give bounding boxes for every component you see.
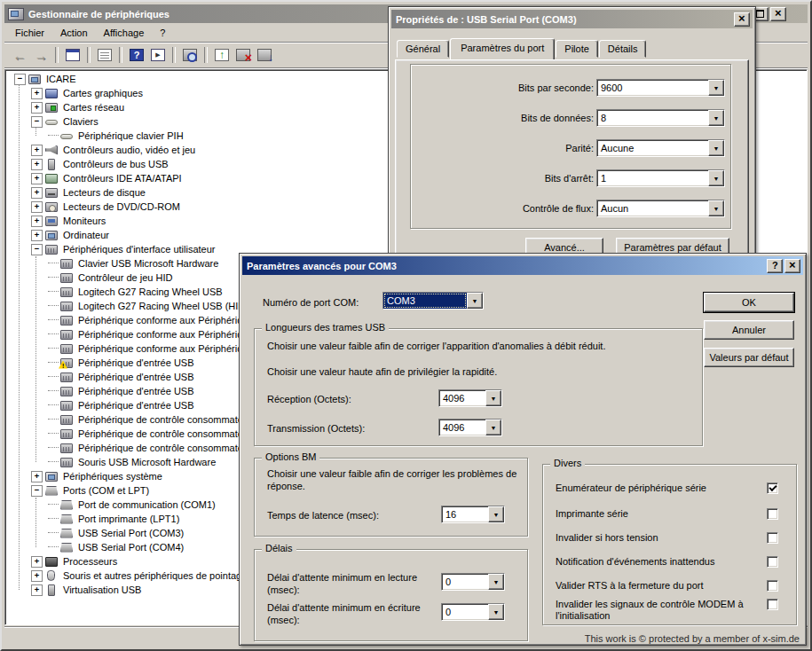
hid-icon (60, 373, 73, 382)
tree-expander[interactable]: − (31, 116, 43, 128)
tree-expander[interactable]: + (31, 471, 43, 482)
combobox-bits-d-arret[interactable]: 1▼ (596, 169, 725, 187)
tree-expander[interactable]: + (31, 230, 43, 241)
back-button[interactable] (9, 45, 30, 66)
disk-icon (45, 188, 58, 198)
menu-affichage[interactable]: Affichage (96, 25, 153, 41)
tree-item-label: Cartes réseau (61, 102, 126, 113)
tree-expander[interactable]: + (31, 201, 43, 213)
tree-item-label: Logitech G27 Racing Wheel USB (HID) (76, 301, 250, 311)
tree-item-label: Contrôleur de jeu HID (76, 272, 174, 283)
properties-caption-buttons (732, 12, 750, 27)
uninstall-icon (236, 49, 250, 61)
dropdown-button[interactable]: ▼ (488, 506, 504, 522)
scan-button[interactable] (179, 45, 201, 66)
help-button[interactable] (767, 259, 783, 273)
tree-expander[interactable]: + (31, 145, 43, 156)
combobox-bits-par-seconde[interactable]: 9600▼ (596, 79, 725, 97)
checkbox-enumerateur-de-peripherique-serie[interactable] (767, 482, 778, 494)
toolbar-separator (172, 47, 176, 63)
defaults-button[interactable]: Valeurs par défaut (704, 348, 794, 367)
update-driver-button[interactable] (211, 45, 233, 66)
close-button[interactable] (770, 7, 786, 21)
tab-parametres-du-port[interactable]: Paramètres du port (450, 38, 555, 59)
tree-connector (48, 348, 59, 349)
tree-item-label: USB Serial Port (COM3) (76, 528, 185, 538)
tree-item-label: Périphérique d'entrée USB (76, 357, 196, 368)
menu-[interactable]: ? (152, 25, 173, 41)
close-button[interactable] (734, 12, 750, 27)
rx-combobox[interactable]: 4096 ▼ (438, 389, 502, 407)
menu-action[interactable]: Action (52, 25, 96, 41)
checkbox-valider-rts-a-la-fermeture-du-port[interactable] (767, 580, 778, 592)
scan-changes-button[interactable] (254, 45, 275, 66)
tree-expander[interactable]: + (31, 173, 43, 184)
latency-value: 16 (442, 506, 488, 522)
uninstall-button[interactable] (233, 45, 254, 66)
field-row-parite: Parité:Aucune▼ (416, 139, 750, 157)
combobox-parite[interactable]: Aucune▼ (596, 139, 725, 157)
dropdown-button[interactable]: ▼ (485, 420, 501, 435)
misc-option-invalider-si-hors-tension: Invalider si hors tension (556, 532, 789, 544)
console-window-icon (66, 49, 80, 61)
checkbox-notification-d-evenements-inattendus[interactable] (767, 556, 778, 568)
misc-groupbox: Divers Enumérateur de périphérique série… (542, 464, 797, 625)
network-icon (45, 103, 58, 113)
latency-label: Temps de latence (msec): (267, 509, 379, 522)
tab-pilote[interactable]: Pilote (556, 40, 598, 58)
tab-bar: GénéralParamètres du portPiloteDétails (397, 32, 647, 59)
latency-combobox[interactable]: 16 ▼ (441, 506, 505, 523)
tree-expander[interactable]: + (31, 216, 43, 227)
cancel-button[interactable]: Annuler (704, 320, 794, 340)
checkbox-imprimante-serie[interactable] (767, 508, 778, 520)
tree-connector (48, 461, 59, 463)
system-icon (45, 472, 58, 482)
write-delay-combobox[interactable]: 0 ▼ (441, 603, 505, 621)
tree-expander[interactable]: + (31, 556, 43, 568)
back-icon (12, 49, 27, 61)
tree-expander[interactable]: − (31, 244, 43, 255)
hid-icon (60, 415, 73, 425)
dropdown-button[interactable]: ▼ (708, 140, 724, 156)
ok-button[interactable]: OK (704, 293, 794, 312)
console-window-button[interactable] (62, 45, 83, 66)
checkbox-invalider-si-hors-tension[interactable] (767, 532, 778, 544)
show-window-button[interactable] (147, 45, 169, 66)
tree-item-label: Périphérique d'entrée USB (76, 386, 196, 396)
dropdown-button[interactable]: ▼ (708, 170, 724, 186)
dropdown-button[interactable]: ▼ (708, 200, 724, 216)
tree-expander[interactable]: + (31, 187, 43, 199)
combobox-bits-de-donnees[interactable]: 8▼ (596, 109, 725, 127)
tree-expander[interactable]: − (31, 485, 43, 497)
field-row-bits-de-donnees: Bits de données:8▼ (416, 109, 750, 127)
dropdown-button[interactable]: ▼ (708, 110, 724, 126)
dropdown-button[interactable]: ▼ (488, 574, 504, 590)
properties-button[interactable] (94, 45, 115, 66)
read-delay-combobox[interactable]: 0 ▼ (441, 573, 505, 591)
close-button[interactable] (784, 259, 800, 273)
advanced-settings-dialog: Paramètres avancés pour COM3 Numéro de p… (239, 253, 807, 646)
properties-titlebar: Propriétés de : USB Serial Port (COM3) (391, 10, 753, 28)
checkbox-invalider-les-signaux-de-controle-modem-a-l-initialisation[interactable] (767, 599, 778, 610)
tree-expander[interactable]: + (31, 88, 43, 99)
dropdown-button[interactable]: ▼ (488, 604, 504, 620)
tab-general[interactable]: Général (397, 40, 449, 58)
tree-expander[interactable]: + (31, 159, 43, 170)
com-port-combobox[interactable]: COM3 ▼ (382, 292, 484, 310)
forward-button[interactable] (30, 45, 51, 66)
tree-expander[interactable]: + (31, 570, 43, 582)
tree-expander[interactable]: + (31, 102, 43, 114)
menu-fichier[interactable]: Fichier (7, 25, 52, 41)
checkbox-label: Notification d'événements inattendus (556, 556, 767, 568)
tx-combobox[interactable]: 4096 ▼ (438, 419, 502, 436)
dropdown-button[interactable]: ▼ (485, 390, 501, 406)
dropdown-button[interactable]: ▼ (708, 80, 724, 96)
dropdown-button[interactable]: ▼ (467, 293, 483, 309)
bm-options-groupbox: Options BM Choisir une valeur faible afi… (254, 458, 528, 537)
tree-expander[interactable]: − (14, 74, 26, 85)
help-button[interactable] (126, 45, 147, 66)
combobox-controle-de-flux[interactable]: Aucun▼ (596, 200, 725, 217)
tree-expander[interactable]: + (31, 584, 43, 596)
tree-item-label: Périphérique clavier PIH (76, 130, 185, 141)
tab-details[interactable]: Détails (599, 40, 647, 58)
